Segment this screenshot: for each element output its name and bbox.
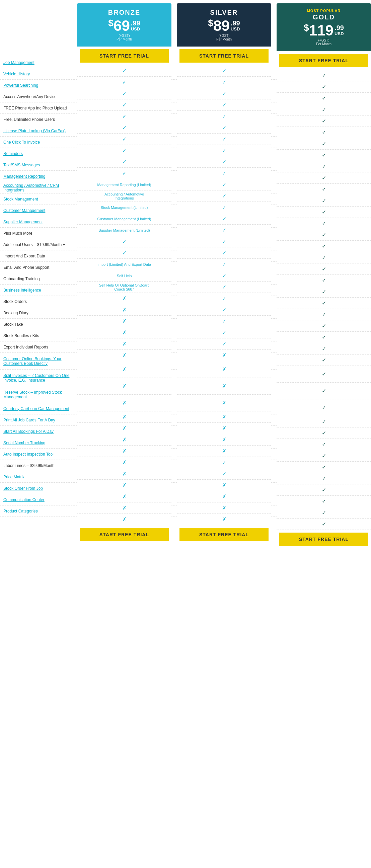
divider-row (271, 414, 277, 426)
feature-row: Access Anywhere/Any Device (0, 91, 77, 102)
divider-row (271, 426, 277, 437)
check-row: ✓ (177, 316, 271, 327)
feature-row: Reserve Stock – Improved Stock Managemen… (0, 386, 77, 403)
bronze-trial-button[interactable]: START FREE TRIAL (80, 49, 169, 63)
divider-row (271, 296, 277, 307)
check-row: ✓ (277, 286, 371, 298)
check-row: ✓ (277, 264, 371, 275)
check-row: ✓ (177, 202, 271, 213)
check-icon: ✓ (322, 388, 326, 394)
check-row: ✗ (77, 350, 172, 361)
check-row: ✗ (177, 480, 271, 491)
check-row: ✓ (277, 70, 371, 81)
check-icon: ✓ (122, 159, 127, 165)
divider-row (271, 239, 277, 250)
cross-icon: ✗ (122, 505, 127, 511)
bronze-plan-column: BRONZE $ 69 .99 USD (+GST) Per Month STA… (77, 3, 172, 549)
check-row: ✗ (77, 491, 172, 502)
limited-text: Self Help (116, 273, 132, 279)
check-row: ✗ (177, 395, 271, 411)
check-icon: ✓ (322, 345, 326, 352)
divider-row (172, 205, 177, 216)
divider-row (271, 471, 277, 483)
check-row: ✓ (77, 156, 172, 168)
bronze-price-main: 69 (114, 19, 130, 33)
silver-trial-button-bottom[interactable]: START FREE TRIAL (180, 528, 269, 541)
cross-icon: ✗ (122, 400, 127, 406)
limited-text: Stock Management (Limited) (100, 205, 149, 210)
check-icon: ✓ (322, 441, 326, 447)
check-icon: ✓ (222, 90, 226, 97)
check-row: Self Help Or Optional OnBoard Coach $687 (77, 281, 172, 293)
check-row: ✓ (277, 127, 371, 138)
check-row: ✗ (77, 423, 172, 434)
check-row: ✗ (77, 395, 172, 411)
check-row: ✓ (277, 519, 371, 530)
check-row: ✓ (277, 207, 371, 218)
divider-row (271, 505, 277, 517)
gold-trial-button-bottom[interactable]: START FREE TRIAL (279, 533, 368, 546)
check-row: ✓ (277, 173, 371, 184)
divider-row (271, 205, 277, 216)
gold-badge: MOST POPULAR (279, 9, 368, 13)
bronze-trial-button-bottom[interactable]: START FREE TRIAL (80, 528, 169, 541)
check-row: ✓ (277, 252, 371, 264)
check-icon: ✓ (322, 288, 326, 295)
check-icon: ✓ (222, 68, 226, 74)
check-icon: ✓ (322, 106, 326, 113)
divider-row (172, 228, 177, 239)
check-row: ✓ (277, 496, 371, 507)
divider-row (271, 171, 277, 182)
divider-row (271, 319, 277, 330)
feature-row: Labor Times – $29.99/Month (0, 460, 77, 471)
cross-icon: ✗ (122, 493, 127, 500)
silver-trial-button[interactable]: START FREE TRIAL (180, 49, 269, 63)
feature-row: Additional Users – $19.99/Month + (0, 239, 77, 250)
check-row: ✓ (277, 161, 371, 173)
check-row: Stock Management (Limited) (77, 202, 172, 213)
check-icon: ✓ (122, 90, 127, 97)
check-row: ✓ (177, 225, 271, 236)
check-icon: ✓ (222, 147, 226, 154)
divider-row (271, 102, 277, 114)
check-row: ✓ (277, 383, 371, 399)
check-icon: ✓ (322, 141, 326, 147)
check-row: ✓ (177, 338, 271, 350)
cross-icon: ✗ (122, 414, 127, 420)
cross-icon: ✗ (122, 459, 127, 466)
silver-gst: (+GST) (180, 34, 269, 37)
divider-row (172, 102, 177, 114)
bronze-period: Per Month (80, 37, 169, 41)
check-row: ✓ (177, 247, 271, 259)
check-icon: ✓ (222, 459, 226, 466)
check-icon: ✓ (322, 509, 326, 516)
features-column: Job ManagementVehicle HistoryPowerful Se… (0, 3, 77, 549)
check-icon: ✓ (222, 250, 226, 256)
check-icon: ✓ (122, 170, 127, 177)
divider-row (271, 353, 277, 370)
cross-icon: ✗ (122, 482, 127, 488)
silver-plan-column: SILVER $ 89 .99 USD (+GST) Per Month STA… (177, 3, 271, 549)
check-row: ✗ (77, 316, 172, 327)
check-row: ✓ (177, 259, 271, 270)
check-row: ✓ (177, 133, 271, 145)
divider-row (172, 494, 177, 505)
check-icon: ✓ (322, 521, 326, 527)
divider-row (271, 182, 277, 193)
divider-row (271, 91, 277, 102)
check-icon: ✓ (322, 243, 326, 249)
feature-row: Stock Order From Job (0, 483, 77, 494)
check-icon: ✓ (122, 79, 127, 85)
feature-row: Free, Unlimited Phone Users (0, 114, 77, 125)
gold-trial-button[interactable]: START FREE TRIAL (279, 54, 368, 67)
divider-row (271, 193, 277, 205)
check-row: ✓ (277, 184, 371, 195)
check-row: ✓ (277, 93, 371, 104)
check-row: ✗ (177, 378, 271, 395)
check-row: ✓ (177, 468, 271, 480)
silver-price-main: 89 (213, 19, 230, 33)
check-icon: ✓ (222, 471, 226, 477)
cross-icon: ✗ (222, 352, 226, 359)
feature-row: Import And Export Data (0, 250, 77, 262)
silver-header: SILVER $ 89 .99 USD (+GST) Per Month (177, 3, 271, 46)
